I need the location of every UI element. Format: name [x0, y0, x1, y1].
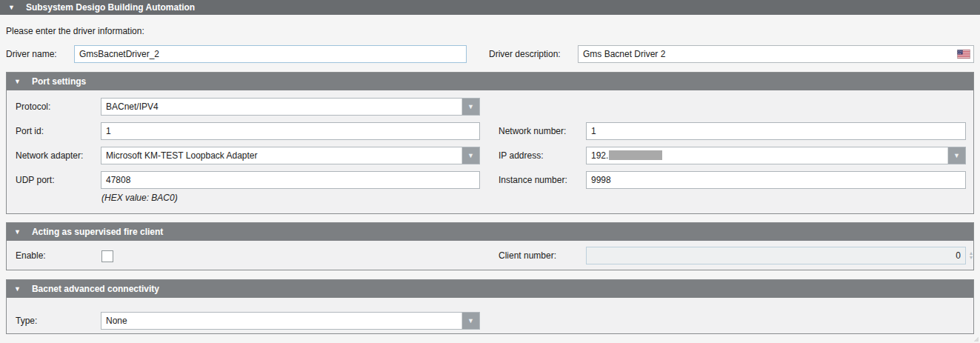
client-number-label: Client number: [499, 247, 556, 264]
dropdown-arrow-icon[interactable]: ▼ [461, 147, 479, 164]
client-number-input [586, 247, 966, 264]
type-value: None [101, 316, 461, 326]
type-label: Type: [16, 312, 37, 330]
fire-client-header[interactable]: ▼ Acting as supervised fire client [7, 223, 973, 241]
network-adapter-value: Microsoft KM-TEST Loopback Adapter [101, 150, 461, 161]
port-settings-title: Port settings [32, 76, 86, 87]
driver-description-input[interactable]: Gms Bacnet Driver 2 [578, 45, 974, 63]
network-number-label: Network number: [499, 122, 566, 140]
driver-description-value: Gms Bacnet Driver 2 [583, 49, 665, 59]
ip-address-dropdown[interactable]: 192. ▼ [586, 147, 966, 164]
section-port-settings: ▼ Port settings Protocol: BACnet/IPV4 ▼ … [6, 72, 974, 214]
enable-label: Enable: [16, 247, 46, 264]
section-fire-client: ▼ Acting as supervised fire client Enabl… [6, 222, 974, 270]
advanced-connectivity-header[interactable]: ▼ Bacnet advanced connectivity [7, 280, 973, 298]
port-id-label: Port id: [16, 122, 44, 140]
collapse-icon: ▼ [14, 286, 21, 293]
port-settings-header[interactable]: ▼ Port settings [7, 73, 973, 90]
instance-number-input[interactable] [586, 171, 966, 189]
dropdown-arrow-icon[interactable]: ▼ [461, 313, 479, 329]
protocol-dropdown[interactable]: BACnet/IPV4 ▼ [101, 98, 480, 116]
driver-name-input[interactable] [74, 45, 467, 63]
collapse-icon: ▼ [14, 229, 21, 236]
ip-address-label: IP address: [499, 147, 543, 164]
type-dropdown[interactable]: None ▼ [101, 312, 480, 330]
resize-grip[interactable] [974, 337, 979, 342]
collapse-icon: ▼ [8, 4, 15, 11]
collapse-icon: ▼ [14, 79, 21, 85]
us-flag-icon[interactable] [957, 50, 970, 59]
protocol-value: BACnet/IPV4 [101, 101, 461, 112]
instance-number-label: Instance number: [499, 171, 567, 189]
network-number-input[interactable] [586, 122, 966, 140]
fire-client-title: Acting as supervised fire client [32, 227, 163, 237]
network-adapter-dropdown[interactable]: Microsoft KM-TEST Loopback Adapter ▼ [101, 147, 480, 164]
enable-checkbox[interactable] [101, 250, 113, 262]
dropdown-arrow-icon[interactable]: ▼ [461, 99, 479, 115]
protocol-label: Protocol: [16, 98, 50, 116]
udp-port-hex-hint: (HEX value: BAC0) [101, 193, 178, 203]
port-id-input[interactable] [101, 122, 480, 140]
udp-port-input[interactable] [101, 171, 480, 189]
advanced-connectivity-title: Bacnet advanced connectivity [32, 284, 159, 294]
redaction-block [609, 150, 662, 160]
spinner-down-icon[interactable]: ▼ [969, 256, 974, 260]
dropdown-arrow-icon[interactable]: ▼ [947, 147, 965, 164]
section-advanced-connectivity: ▼ Bacnet advanced connectivity Type: Non… [6, 279, 974, 334]
subsystem-section-title: Subsystem Desigo Building Automation [26, 2, 195, 13]
driver-description-label: Driver description: [489, 45, 561, 63]
udp-port-label: UDP port: [16, 171, 54, 189]
client-number-spinner[interactable]: ▲ ▼ [967, 247, 976, 264]
network-adapter-label: Network adapter: [16, 147, 83, 164]
intro-text: Please enter the driver information: [6, 26, 144, 36]
ip-address-value: 192. [587, 150, 947, 161]
driver-name-label: Driver name: [6, 45, 57, 63]
subsystem-section-header[interactable]: ▼ Subsystem Desigo Building Automation [0, 0, 980, 15]
